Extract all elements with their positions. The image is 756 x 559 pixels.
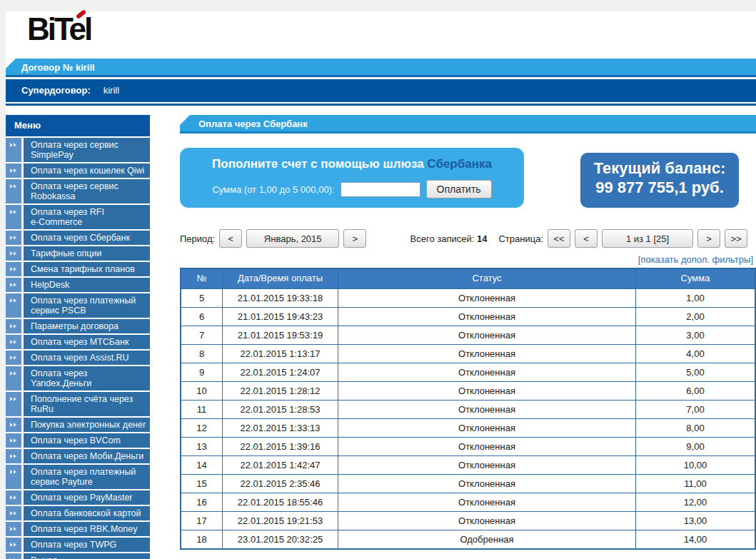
menu-item-label: Оплата через RFI e-Commerce bbox=[24, 205, 150, 229]
sidebar-menu-item[interactable]: Оплата через МТСБанк bbox=[6, 335, 150, 349]
sberbank-link[interactable]: Сбербанка bbox=[427, 157, 492, 171]
table-row: 14 22.01.2015 1:42:47 Отклоненная 10,00 bbox=[181, 455, 755, 474]
table-cell: 6,00 bbox=[636, 381, 755, 400]
sidebar-menu-item[interactable]: Тарифные опции bbox=[6, 246, 150, 261]
menu-item-arrow-icon bbox=[6, 506, 21, 520]
payment-gateway-box: Пополните счет с помощью шлюза Сбербанка… bbox=[180, 148, 524, 208]
table-cell: 22.01.2015 1:13:17 bbox=[223, 344, 338, 363]
balance-box: Текущий баланс: 99 877 755,1 руб. bbox=[580, 153, 739, 208]
table-cell: 9,00 bbox=[636, 437, 755, 455]
table-cell: 12,00 bbox=[636, 493, 755, 511]
menu-item-arrow-icon bbox=[6, 319, 21, 333]
sidebar-menu-item[interactable]: Оплата через платежный сервис PSCB bbox=[6, 293, 150, 318]
page-first-button[interactable]: << bbox=[548, 229, 570, 248]
table-cell: 7,00 bbox=[636, 400, 755, 418]
menu-item-label: Пополнение счёта через RuRu bbox=[24, 392, 150, 416]
period-next-button[interactable]: > bbox=[343, 229, 366, 248]
table-cell: 8 bbox=[181, 344, 223, 363]
sidebar-menu-item[interactable]: Оплата через Сбербанк bbox=[6, 231, 150, 245]
table-cell: 22.01.2015 18:55:46 bbox=[223, 493, 338, 511]
table-cell: 10 bbox=[181, 381, 223, 400]
sidebar-menu-item[interactable]: Пополнение счёта через RuRu bbox=[6, 392, 150, 416]
column-header-datetime: Дата/Время оплаты bbox=[223, 269, 338, 288]
menu-item-label: Оплата через сервис Robokassa bbox=[24, 179, 150, 203]
table-cell: Отклоненная bbox=[338, 381, 636, 400]
table-cell: 1,00 bbox=[636, 288, 755, 307]
table-cell: 15 bbox=[181, 474, 223, 493]
table-row: 9 22.01.2015 1:24:07 Отклоненная 5,00 bbox=[181, 363, 755, 381]
page-next-button[interactable]: > bbox=[697, 229, 720, 248]
sidebar-menu-item[interactable]: Параметры договора bbox=[6, 319, 150, 333]
sidebar-menu-item[interactable]: Оплата через Yandex.Деньги bbox=[6, 366, 150, 391]
sidebar-menu-item[interactable]: Оплата через Assist.RU bbox=[6, 351, 150, 365]
page-prev-button[interactable]: < bbox=[575, 229, 598, 248]
menu-item-label: Оплата через кошелек Qiwi bbox=[24, 163, 150, 178]
menu-item-arrow-icon bbox=[6, 246, 21, 261]
page-last-button[interactable]: >> bbox=[725, 229, 747, 248]
menu-item-arrow-icon bbox=[6, 449, 21, 463]
sidebar-menu-item[interactable]: Оплата через сервис Robokassa bbox=[6, 179, 150, 203]
table-cell: 17 bbox=[181, 511, 223, 530]
table-header-row: № Дата/Время оплаты Статус Сумма bbox=[181, 269, 755, 288]
sidebar-menu-item[interactable]: Оплата через кошелек Qiwi bbox=[6, 163, 150, 178]
table-cell: 12 bbox=[181, 418, 223, 437]
table-cell: Отклоненная bbox=[338, 326, 636, 344]
table-row: 13 22.01.2015 1:39:16 Отклоненная 9,00 bbox=[181, 437, 755, 455]
page-title: Оплата через Сбербанк bbox=[198, 119, 308, 129]
sidebar-menu-item[interactable]: Оплата через PayMaster bbox=[6, 490, 150, 505]
menu-item-label: Оплата через BVCom bbox=[24, 433, 150, 448]
table-cell: 21.01.2015 19:53:19 bbox=[223, 326, 338, 344]
table-cell: Отклоненная bbox=[338, 474, 636, 493]
column-header-number: № bbox=[181, 269, 223, 288]
amount-input[interactable] bbox=[341, 182, 420, 197]
sidebar-menu-item[interactable]: Оплата через RBK.Money bbox=[6, 522, 150, 536]
menu-item-arrow-icon bbox=[6, 490, 21, 505]
table-cell: 13,00 bbox=[636, 511, 755, 530]
sidebar-menu-item[interactable]: Оплата через сервис SimplePay bbox=[6, 138, 150, 162]
column-header-sum: Сумма bbox=[636, 269, 755, 288]
amount-label: Сумма (от 1,00 до 5 000,00): bbox=[212, 184, 334, 195]
sidebar-menu-item[interactable]: Оплата через RFI e-Commerce bbox=[6, 205, 150, 229]
menu-item-arrow-icon bbox=[6, 138, 21, 162]
menu-item-label: Тарифные опции bbox=[24, 246, 150, 261]
table-cell: 6 bbox=[181, 307, 223, 326]
payments-table-body: 5 21.01.2015 19:33:18 Отклоненная 1,00 6… bbox=[181, 288, 755, 548]
table-cell: 16 bbox=[181, 493, 223, 511]
supercontract-label: Супердоговор: bbox=[21, 85, 91, 96]
balance-value: 99 877 755,1 руб. bbox=[580, 178, 739, 197]
menu-item-arrow-icon bbox=[6, 335, 21, 349]
sidebar-menu-item[interactable]: Оплата через Моби.Деньги bbox=[6, 449, 150, 463]
menu-item-arrow-icon bbox=[6, 293, 21, 318]
table-cell: 13 bbox=[181, 437, 223, 455]
menu-item-label: Оплата через МТСБанк bbox=[24, 335, 150, 349]
sidebar-menu-item[interactable]: Оплата через TWPG bbox=[6, 538, 150, 552]
show-filters-link[interactable]: [показать допол. фильтры] bbox=[638, 254, 753, 265]
table-cell: Отклоненная bbox=[338, 511, 636, 530]
table-cell: 14,00 bbox=[636, 530, 755, 548]
sidebar-menu-item[interactable]: Оплата банковской картой bbox=[6, 506, 150, 520]
column-header-status: Статус bbox=[338, 269, 636, 288]
table-cell: 5 bbox=[181, 288, 223, 307]
period-prev-button[interactable]: < bbox=[219, 229, 242, 248]
sidebar-menu-item[interactable]: Покупка электронных денег bbox=[6, 418, 150, 432]
sidebar-menu-item[interactable]: Выход bbox=[6, 553, 150, 559]
table-cell: 9 bbox=[181, 363, 223, 381]
table-cell: Отклоненная bbox=[338, 400, 636, 418]
table-cell: Отклоненная bbox=[338, 493, 636, 511]
menu-item-arrow-icon bbox=[6, 205, 21, 229]
page-current-button[interactable]: 1 из 1 [25] bbox=[602, 229, 693, 248]
table-cell: 22.01.2015 1:39:16 bbox=[223, 437, 338, 455]
table-cell: 22.01.2015 1:24:07 bbox=[223, 363, 338, 381]
payment-box-title: Пополните счет с помощью шлюза Сбербанка bbox=[180, 157, 524, 171]
pay-button[interactable]: Оплатить bbox=[426, 180, 492, 198]
menu-item-arrow-icon bbox=[6, 366, 21, 391]
sidebar-menu-item[interactable]: HelpDesk bbox=[6, 278, 150, 292]
menu-item-label: Параметры договора bbox=[24, 319, 150, 333]
period-current-button[interactable]: Январь, 2015 bbox=[246, 229, 339, 248]
table-cell: 2,00 bbox=[636, 307, 755, 326]
sidebar-menu-item[interactable]: Смена тарифных планов bbox=[6, 262, 150, 276]
sidebar-menu-item[interactable]: Оплата через платежный сервис Payture bbox=[6, 465, 150, 489]
payment-title-text: Пополните счет с помощью шлюза bbox=[212, 157, 427, 171]
sidebar-menu-item[interactable]: Оплата через BVCom bbox=[6, 433, 150, 448]
table-cell: Отклоненная bbox=[338, 307, 636, 326]
